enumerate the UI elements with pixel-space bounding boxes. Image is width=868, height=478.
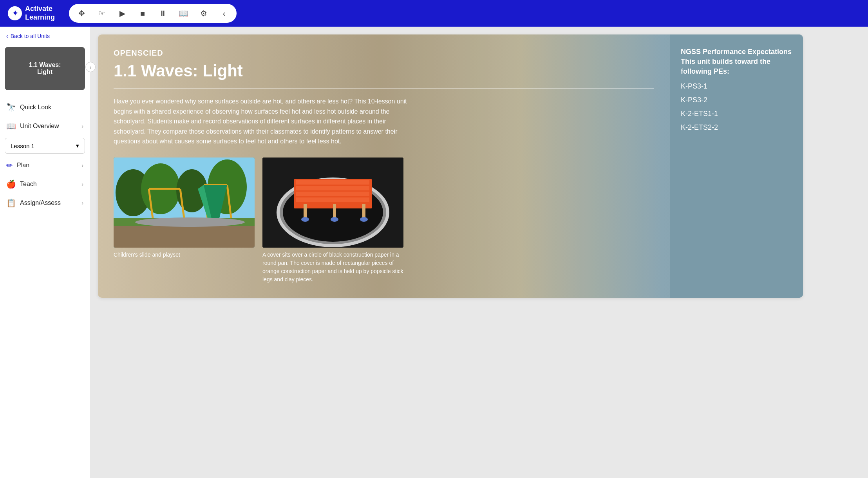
clipboard-icon: 📋 [6,198,16,208]
ngss-item-kps31: K-PS3-1 [681,82,792,91]
hero-content: OPENSCIED 1.1 Waves: Light Have you ever… [98,34,670,298]
images-row: Children's slide and playset [114,158,654,284]
stop-button[interactable]: ■ [136,7,149,20]
sidebar-navigation: 🔭 Quick Look 📖 Unit Overview › Lesson 1 … [0,94,90,216]
unit-card-title: 1.1 Waves:Light [29,62,61,76]
main-layout: ‹ Back to all Units 1.1 Waves:Light 🔭 Qu… [0,27,868,478]
cover-experiment-image [262,158,403,248]
back-link-text: Back to all Units [11,33,50,39]
svg-point-28 [301,217,309,222]
svg-point-29 [331,217,338,222]
content-area: OPENSCIED 1.1 Waves: Light Have you ever… [90,27,868,478]
title-divider [114,88,654,89]
book-button[interactable]: 📖 [177,7,190,20]
playground-image-block: Children's slide and playset [114,158,255,259]
pause-button[interactable]: ⏸ [157,7,169,20]
sidebar-item-unit-overview[interactable]: 📖 Unit Overview › [0,117,90,136]
teach-label: Teach [20,181,37,188]
lesson-dropdown-chevron-icon: ▾ [76,142,79,149]
unit-description: Have you ever wondered why some surfaces… [114,96,411,147]
hero-section: OPENSCIED 1.1 Waves: Light Have you ever… [98,34,803,298]
plan-chevron-icon: › [81,162,83,168]
sidebar-item-plan[interactable]: ✏ Plan › [0,156,90,175]
hand-tool-button[interactable]: ☞ [96,7,108,20]
top-navigation-bar: ✦ ActivateLearning ✥ ☞ ▶ ■ ⏸ 📖 ⚙ ‹ [0,0,868,27]
logo-text: ActivateLearning [25,5,55,22]
svg-rect-22 [296,186,369,190]
svg-point-15 [135,217,245,227]
plan-label: Plan [17,162,29,169]
book-icon: 📖 [6,121,16,131]
playground-image-caption: Children's slide and playset [114,251,255,259]
logo-icon: ✦ [8,6,22,20]
apple-icon: 🍎 [6,179,16,189]
lesson-dropdown[interactable]: Lesson 1 ▾ [5,138,85,154]
collapse-toolbar-button[interactable]: ‹ [218,7,230,20]
ngss-title: NGSS Performance Expectations This unit … [681,47,792,77]
pencil-icon: ✏ [6,161,13,170]
settings-button[interactable]: ⚙ [197,7,210,20]
toolbar: ✥ ☞ ▶ ■ ⏸ 📖 ⚙ ‹ [69,4,237,23]
assign-assess-chevron-icon: › [81,200,83,206]
assign-assess-label: Assign/Assess [20,199,61,206]
svg-rect-24 [296,197,369,202]
ngss-item-k2ets11: K-2-ETS1-1 [681,110,792,118]
back-to-all-units-link[interactable]: ‹ Back to all Units [0,27,90,43]
ngss-item-k2ets22: K-2-ETS2-2 [681,123,792,132]
collapse-sidebar-button[interactable]: ‹ [85,62,96,72]
unit-card: 1.1 Waves:Light [5,47,85,90]
lesson-dropdown-label: Lesson 1 [11,143,34,149]
play-button[interactable]: ▶ [116,7,128,20]
sidebar-item-assign-assess[interactable]: 📋 Assign/Assess › [0,194,90,212]
ngss-item-kps32: K-PS3-2 [681,96,792,104]
move-tool-button[interactable]: ✥ [75,7,88,20]
sidebar-item-quick-look[interactable]: 🔭 Quick Look [0,98,90,117]
svg-point-30 [360,217,368,222]
openscied-label: OPENSCIED [114,49,654,58]
cover-experiment-caption: A cover sits over a circle of black cons… [262,251,403,284]
teach-chevron-icon: › [81,181,83,187]
back-chevron-icon: ‹ [6,33,8,39]
playground-image [114,158,255,248]
ngss-panel: NGSS Performance Expectations This unit … [670,34,803,298]
binoculars-icon: 🔭 [6,103,16,112]
cover-experiment-image-block: A cover sits over a circle of black cons… [262,158,403,284]
quick-look-label: Quick Look [20,104,51,111]
sidebar: ‹ Back to all Units 1.1 Waves:Light 🔭 Qu… [0,27,90,478]
content-card: OPENSCIED 1.1 Waves: Light Have you ever… [98,34,803,298]
sidebar-item-teach[interactable]: 🍎 Teach › [0,175,90,194]
svg-rect-1 [114,224,255,248]
svg-rect-21 [296,180,369,185]
unit-overview-label: Unit Overview [20,123,59,130]
unit-title: 1.1 Waves: Light [114,62,654,80]
svg-rect-23 [296,192,369,196]
unit-overview-chevron-icon: › [81,123,83,129]
logo: ✦ ActivateLearning [8,5,55,22]
